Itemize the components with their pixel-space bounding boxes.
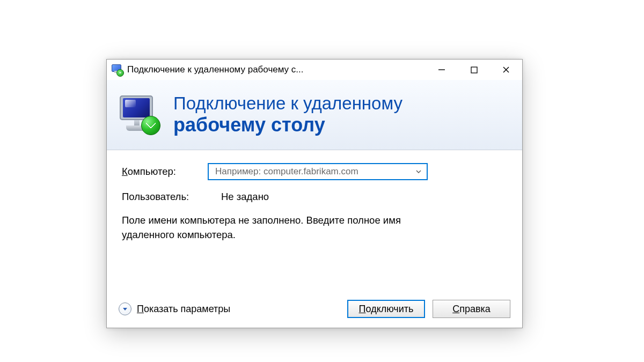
close-button[interactable]: [490, 60, 522, 80]
rdp-app-icon: »: [111, 64, 123, 76]
user-label: Пользователь:: [122, 191, 221, 203]
minimize-button[interactable]: [426, 60, 458, 80]
titlebar-left: » Подключение к удаленному рабочему с...: [111, 64, 304, 76]
connect-button[interactable]: Подключить: [347, 300, 425, 318]
banner-line1: Подключение к удаленному: [173, 94, 402, 113]
expand-down-icon: [119, 302, 131, 315]
rdp-banner-icon: [116, 92, 162, 137]
computer-input[interactable]: [214, 166, 414, 178]
banner-line2: рабочему столу: [173, 115, 402, 135]
footer-buttons: Подключить Справка: [347, 300, 510, 318]
computer-label: Компьютер:: [122, 166, 208, 178]
user-row: Пользователь: Не задано: [122, 191, 507, 203]
header-banner: Подключение к удаленному рабочему столу: [107, 80, 522, 150]
dialog-body: Компьютер: Пользователь: Не задано Поле …: [107, 150, 522, 242]
help-button[interactable]: Справка: [433, 300, 510, 318]
computer-row: Компьютер:: [122, 163, 507, 180]
window-controls: [426, 60, 522, 80]
hint-text: Поле имени компьютера не заполнено. Введ…: [122, 213, 455, 242]
user-value: Не задано: [221, 191, 269, 203]
show-options-toggle[interactable]: Показать параметры: [119, 302, 230, 315]
chevron-down-icon[interactable]: [414, 168, 423, 175]
dialog-footer: Показать параметры Подключить Справка: [107, 291, 522, 328]
window-title: Подключение к удаленному рабочему с...: [127, 64, 304, 75]
titlebar[interactable]: » Подключение к удаленному рабочему с...: [107, 60, 522, 80]
computer-combobox[interactable]: [208, 163, 428, 180]
maximize-button[interactable]: [458, 60, 490, 80]
rdp-dialog: » Подключение к удаленному рабочему с...: [106, 59, 523, 328]
stage: » Подключение к удаленному рабочему с...: [0, 0, 644, 362]
svg-marker-4: [123, 308, 127, 311]
banner-titles: Подключение к удаленному рабочему столу: [173, 94, 402, 135]
svg-rect-1: [471, 67, 477, 73]
